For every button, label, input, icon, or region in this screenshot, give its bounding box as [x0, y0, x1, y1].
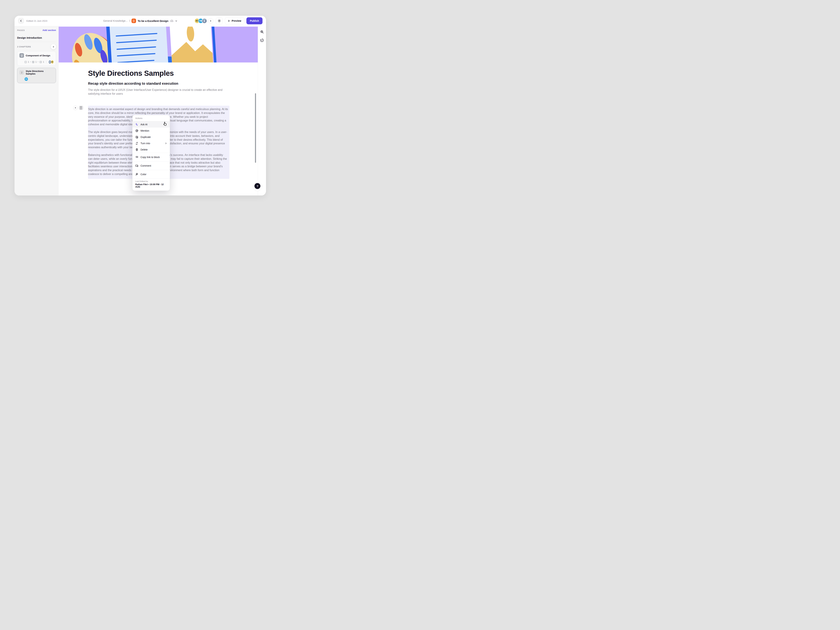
menu-header: Actions [133, 115, 170, 121]
menu-item-label: Ask AI [141, 123, 147, 126]
app-window: Edited 21 Juni 2023 General Knowledge...… [14, 16, 266, 196]
chapter-page-icon [19, 53, 24, 58]
add-collaborator-button[interactable] [208, 18, 213, 24]
menu-item-label: Duplicate [141, 136, 151, 139]
text-line-shape [116, 33, 157, 36]
type-specimen-paper: Aa [109, 27, 168, 63]
document-icon [131, 19, 136, 23]
chevron-down-icon[interactable] [175, 20, 177, 22]
history-clock-icon [260, 38, 264, 42]
menu-item-delete[interactable]: Delete [133, 147, 170, 153]
add-chapter-button[interactable] [51, 44, 56, 49]
publish-label: Publish [250, 19, 259, 22]
avatar: RF [51, 60, 54, 64]
meta-count: 1 [35, 61, 36, 63]
text-line-shape [116, 40, 157, 43]
text-line-shape [117, 60, 155, 63]
drag-handle[interactable] [79, 106, 83, 110]
sidebar-divider [17, 42, 56, 42]
scrollbar-thumb[interactable] [255, 93, 256, 163]
menu-item-label: Turn into [141, 142, 150, 145]
preview-button[interactable]: Preview [225, 17, 244, 24]
comment-icon [135, 164, 139, 167]
play-square-icon [24, 61, 27, 63]
avatar: PA [24, 77, 28, 81]
last-edited-by-value: Raihan Fikri • 10:00 PM - 12 AUG [135, 183, 167, 188]
publish-button[interactable]: Publish [246, 17, 262, 24]
menu-item-mention[interactable]: Mention [133, 128, 170, 134]
sun-shape [186, 27, 195, 42]
top-bar: Edited 21 Juni 2023 General Knowledge...… [14, 16, 266, 26]
settings-button[interactable] [216, 17, 223, 24]
menu-item-label: Comment [141, 164, 151, 167]
chapter-card-component-of-design[interactable]: Component of Design 1 • 1 • 1 [17, 51, 56, 66]
zoom-in-icon [260, 30, 264, 34]
hand-cursor-icon [163, 122, 167, 126]
duplicate-icon [135, 136, 139, 139]
chapter-title: Component of Design [26, 54, 50, 57]
section-title[interactable]: Design Introduction [17, 36, 56, 39]
gear-icon [218, 19, 221, 22]
breadcrumb-separator: / [129, 19, 130, 22]
trash-icon [135, 148, 139, 151]
link-icon [135, 156, 139, 159]
chapter-title: Style Directions Samples [26, 70, 54, 75]
play-icon [228, 20, 230, 22]
text-line-shape [117, 46, 156, 50]
menu-item-copy-link-to-block[interactable]: Copy link to block [133, 153, 170, 161]
text-line-shape [117, 53, 155, 56]
menu-footer: Last Edited by Raihan Fikri • 10:00 PM -… [133, 179, 170, 190]
plus-icon [74, 107, 76, 109]
zoom-in-button[interactable] [260, 30, 264, 34]
block-actions-menu: Actions Ask AI Mention Duplicate [132, 115, 170, 191]
help-button[interactable]: ? [254, 183, 261, 189]
menu-item-duplicate[interactable]: Duplicate [133, 134, 170, 140]
back-button[interactable] [18, 18, 24, 24]
intro-paragraph[interactable]: The style direction for a UI/UX (User In… [88, 88, 226, 96]
mountain-shape [171, 38, 213, 63]
turn-into-icon [135, 142, 139, 145]
chevron-left-icon [20, 20, 22, 22]
code-square-icon [39, 61, 42, 63]
menu-item-label: Copy link to block [141, 156, 160, 159]
menu-item-color[interactable]: Color [133, 170, 170, 178]
chapter-card-style-directions-samples[interactable]: 2 Style Directions Samples PA [17, 68, 56, 83]
last-edited-by-label: Last Edited by [135, 180, 167, 182]
plus-icon [52, 46, 55, 48]
banner-illustration: Aa [58, 27, 258, 63]
menu-item-label: Delete [141, 148, 147, 151]
version-history-button[interactable] [260, 38, 264, 43]
at-sign-icon [135, 129, 139, 132]
pages-sidebar: PAGES Add section Design Introduction 2 … [14, 26, 58, 196]
menu-item-label: Color [141, 173, 146, 176]
pages-heading: PAGES [17, 29, 25, 31]
breadcrumb-parent[interactable]: General Knowledge... [103, 19, 128, 22]
breadcrumb: General Knowledge... / To be a Excellent… [103, 16, 177, 26]
menu-item-comment[interactable]: Comment [133, 161, 170, 170]
menu-item-label: Mention [141, 129, 149, 132]
add-section-link[interactable]: Add section [43, 29, 56, 32]
chapter-number-badge: 2 [19, 70, 24, 75]
cloud-saved-icon [170, 19, 174, 22]
meta-count: 1 [28, 61, 29, 63]
paint-bucket-icon [135, 173, 139, 176]
editor-canvas: Aa Style Directions Samples Recap style … [58, 26, 258, 196]
last-edited-label: Edited 21 Juni 2023 [27, 20, 47, 22]
meta-count: 1 [43, 61, 44, 63]
magic-wand-icon [135, 123, 139, 126]
chapter-meta: 1 • 1 • 1 RF [24, 60, 54, 64]
header-actions: RF PA Preview Publi [194, 17, 262, 24]
page-subtitle[interactable]: Recap style direction according to stand… [88, 82, 178, 85]
image-placeholder-panel [169, 27, 213, 63]
add-block-button[interactable] [73, 106, 77, 110]
menu-item-turn-into[interactable]: Turn into [133, 140, 170, 147]
chevron-right-icon [165, 142, 167, 144]
breadcrumb-current[interactable]: To be a Excellent Design [137, 19, 168, 22]
right-toolbar [258, 26, 266, 196]
meta-separator: • [38, 61, 38, 63]
page-title[interactable]: Style Directions Samples [88, 69, 174, 77]
meta-separator: • [30, 61, 31, 63]
table-icon [32, 61, 35, 63]
preview-label: Preview [232, 19, 241, 22]
avatar[interactable] [202, 18, 207, 24]
